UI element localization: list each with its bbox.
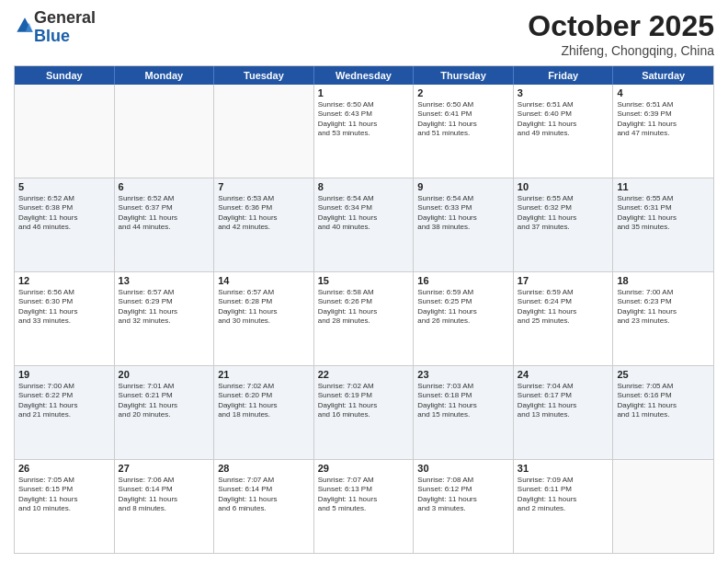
cell-info: Sunrise: 6:54 AM Sunset: 6:33 PM Dayligh… <box>417 194 509 233</box>
cal-cell <box>613 460 713 553</box>
cell-info: Sunrise: 7:07 AM Sunset: 6:14 PM Dayligh… <box>218 476 310 514</box>
calendar-row-4: 19Sunrise: 7:00 AM Sunset: 6:22 PM Dayli… <box>15 365 713 459</box>
cal-cell <box>15 85 115 178</box>
cell-info: Sunrise: 6:54 AM Sunset: 6:34 PM Dayligh… <box>318 194 410 233</box>
cell-info: Sunrise: 7:04 AM Sunset: 6:17 PM Dayligh… <box>518 382 609 420</box>
cal-cell: 8Sunrise: 6:54 AM Sunset: 6:34 PM Daylig… <box>314 178 415 271</box>
header-day-saturday: Saturday <box>613 66 713 85</box>
day-number: 9 <box>417 181 509 192</box>
cal-cell: 14Sunrise: 6:57 AM Sunset: 6:28 PM Dayli… <box>214 272 314 365</box>
cell-info: Sunrise: 6:55 AM Sunset: 6:31 PM Dayligh… <box>617 194 710 233</box>
header-day-sunday: Sunday <box>15 66 115 85</box>
calendar-body: 1Sunrise: 6:50 AM Sunset: 6:43 PM Daylig… <box>15 85 713 553</box>
day-number: 4 <box>617 87 710 98</box>
cal-cell: 30Sunrise: 7:08 AM Sunset: 6:12 PM Dayli… <box>414 460 514 553</box>
cell-info: Sunrise: 7:07 AM Sunset: 6:13 PM Dayligh… <box>318 476 410 514</box>
cal-cell: 12Sunrise: 6:56 AM Sunset: 6:30 PM Dayli… <box>15 272 115 365</box>
cal-cell: 22Sunrise: 7:02 AM Sunset: 6:19 PM Dayli… <box>314 366 415 459</box>
day-number: 15 <box>318 275 410 286</box>
day-number: 18 <box>617 275 710 286</box>
cell-info: Sunrise: 6:50 AM Sunset: 6:43 PM Dayligh… <box>318 100 410 139</box>
day-number: 26 <box>18 463 110 474</box>
cell-info: Sunrise: 6:51 AM Sunset: 6:39 PM Dayligh… <box>617 100 710 139</box>
cal-cell: 2Sunrise: 6:50 AM Sunset: 6:41 PM Daylig… <box>414 85 514 178</box>
cal-cell: 13Sunrise: 6:57 AM Sunset: 6:29 PM Dayli… <box>115 272 215 365</box>
cell-info: Sunrise: 7:02 AM Sunset: 6:20 PM Dayligh… <box>218 382 310 420</box>
cell-info: Sunrise: 6:52 AM Sunset: 6:38 PM Dayligh… <box>18 194 110 233</box>
day-number: 25 <box>617 369 710 380</box>
cell-info: Sunrise: 6:56 AM Sunset: 6:30 PM Dayligh… <box>18 288 110 327</box>
cal-cell: 20Sunrise: 7:01 AM Sunset: 6:21 PM Dayli… <box>115 366 215 459</box>
day-number: 29 <box>318 463 410 474</box>
calendar-row-1: 1Sunrise: 6:50 AM Sunset: 6:43 PM Daylig… <box>15 85 713 178</box>
day-number: 3 <box>518 87 609 98</box>
title-block: October 2025 Zhifeng, Chongqing, China <box>528 9 714 58</box>
day-number: 28 <box>218 463 310 474</box>
day-number: 16 <box>417 275 509 286</box>
day-number: 19 <box>18 369 110 380</box>
cal-cell: 24Sunrise: 7:04 AM Sunset: 6:17 PM Dayli… <box>514 366 614 459</box>
day-number: 23 <box>417 369 509 380</box>
cell-info: Sunrise: 6:51 AM Sunset: 6:40 PM Dayligh… <box>518 100 609 139</box>
header-day-wednesday: Wednesday <box>314 66 415 85</box>
month-title: October 2025 <box>528 9 714 43</box>
cal-cell: 21Sunrise: 7:02 AM Sunset: 6:20 PM Dayli… <box>214 366 314 459</box>
cal-cell: 11Sunrise: 6:55 AM Sunset: 6:31 PM Dayli… <box>613 178 713 271</box>
cal-cell: 5Sunrise: 6:52 AM Sunset: 6:38 PM Daylig… <box>15 178 115 271</box>
cell-info: Sunrise: 7:08 AM Sunset: 6:12 PM Dayligh… <box>417 476 509 514</box>
cal-cell: 1Sunrise: 6:50 AM Sunset: 6:43 PM Daylig… <box>314 85 415 178</box>
cal-cell: 17Sunrise: 6:59 AM Sunset: 6:24 PM Dayli… <box>514 272 614 365</box>
cal-cell: 27Sunrise: 7:06 AM Sunset: 6:14 PM Dayli… <box>115 460 215 553</box>
cal-cell: 28Sunrise: 7:07 AM Sunset: 6:14 PM Dayli… <box>214 460 314 553</box>
cell-info: Sunrise: 6:52 AM Sunset: 6:37 PM Dayligh… <box>119 194 210 233</box>
cal-cell <box>115 85 215 178</box>
cell-info: Sunrise: 6:50 AM Sunset: 6:41 PM Dayligh… <box>417 100 509 139</box>
cal-cell: 3Sunrise: 6:51 AM Sunset: 6:40 PM Daylig… <box>514 85 614 178</box>
cell-info: Sunrise: 7:00 AM Sunset: 6:23 PM Dayligh… <box>617 288 710 327</box>
location-subtitle: Zhifeng, Chongqing, China <box>528 43 714 58</box>
day-number: 11 <box>617 181 710 192</box>
header-day-thursday: Thursday <box>414 66 514 85</box>
logo-text: General Blue <box>34 9 96 46</box>
logo-blue: Blue <box>34 27 70 45</box>
cell-info: Sunrise: 7:00 AM Sunset: 6:22 PM Dayligh… <box>18 382 110 420</box>
cell-info: Sunrise: 7:02 AM Sunset: 6:19 PM Dayligh… <box>318 382 410 420</box>
cal-cell: 10Sunrise: 6:55 AM Sunset: 6:32 PM Dayli… <box>514 178 614 271</box>
day-number: 5 <box>18 181 110 192</box>
cal-cell: 23Sunrise: 7:03 AM Sunset: 6:18 PM Dayli… <box>414 366 514 459</box>
cal-cell: 4Sunrise: 6:51 AM Sunset: 6:39 PM Daylig… <box>613 85 713 178</box>
day-number: 24 <box>518 369 609 380</box>
cell-info: Sunrise: 6:57 AM Sunset: 6:29 PM Dayligh… <box>119 288 210 327</box>
logo-icon <box>16 17 34 35</box>
header-day-friday: Friday <box>514 66 614 85</box>
day-number: 17 <box>518 275 609 286</box>
day-number: 30 <box>417 463 509 474</box>
calendar: SundayMondayTuesdayWednesdayThursdayFrid… <box>14 65 714 554</box>
cell-info: Sunrise: 6:58 AM Sunset: 6:26 PM Dayligh… <box>318 288 410 327</box>
calendar-row-3: 12Sunrise: 6:56 AM Sunset: 6:30 PM Dayli… <box>15 271 713 365</box>
header-day-tuesday: Tuesday <box>214 66 314 85</box>
day-number: 22 <box>318 369 410 380</box>
day-number: 13 <box>119 275 210 286</box>
cell-info: Sunrise: 6:59 AM Sunset: 6:25 PM Dayligh… <box>417 288 509 327</box>
cell-info: Sunrise: 6:57 AM Sunset: 6:28 PM Dayligh… <box>218 288 310 327</box>
cal-cell: 9Sunrise: 6:54 AM Sunset: 6:33 PM Daylig… <box>414 178 514 271</box>
cal-cell: 7Sunrise: 6:53 AM Sunset: 6:36 PM Daylig… <box>214 178 314 271</box>
cell-info: Sunrise: 7:05 AM Sunset: 6:16 PM Dayligh… <box>617 382 710 420</box>
day-number: 8 <box>318 181 410 192</box>
cal-cell: 15Sunrise: 6:58 AM Sunset: 6:26 PM Dayli… <box>314 272 415 365</box>
cell-info: Sunrise: 7:09 AM Sunset: 6:11 PM Dayligh… <box>518 476 609 514</box>
cal-cell: 29Sunrise: 7:07 AM Sunset: 6:13 PM Dayli… <box>314 460 415 553</box>
logo-general: General <box>34 8 96 27</box>
day-number: 20 <box>119 369 210 380</box>
cell-info: Sunrise: 7:03 AM Sunset: 6:18 PM Dayligh… <box>417 382 509 420</box>
day-number: 2 <box>417 87 509 98</box>
cal-cell: 26Sunrise: 7:05 AM Sunset: 6:15 PM Dayli… <box>15 460 115 553</box>
cal-cell: 18Sunrise: 7:00 AM Sunset: 6:23 PM Dayli… <box>613 272 713 365</box>
cal-cell: 19Sunrise: 7:00 AM Sunset: 6:22 PM Dayli… <box>15 366 115 459</box>
day-number: 21 <box>218 369 310 380</box>
calendar-row-5: 26Sunrise: 7:05 AM Sunset: 6:15 PM Dayli… <box>15 459 713 553</box>
calendar-row-2: 5Sunrise: 6:52 AM Sunset: 6:38 PM Daylig… <box>15 178 713 271</box>
cal-cell <box>214 85 314 178</box>
day-number: 27 <box>119 463 210 474</box>
